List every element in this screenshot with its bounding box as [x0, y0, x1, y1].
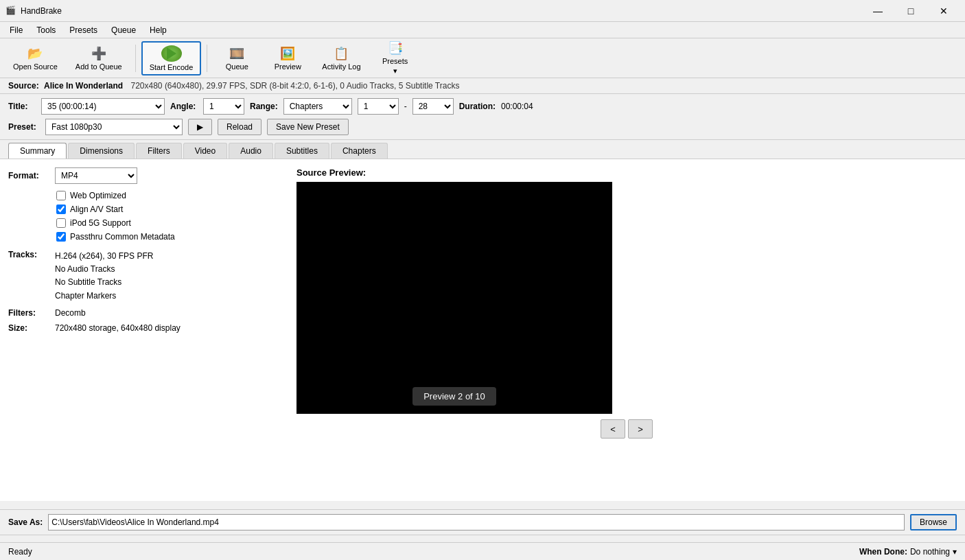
- web-optimized-checkbox[interactable]: [56, 191, 66, 200]
- preview-tb-label: Preview: [275, 62, 301, 71]
- web-optimized-row: Web Optimized: [56, 191, 283, 200]
- presets-label: Presets: [382, 57, 408, 65]
- status-text: Ready: [8, 547, 32, 557]
- maximize-button[interactable]: □: [895, 0, 927, 22]
- window-controls: — □ ✕: [862, 0, 960, 22]
- queue-label: Queue: [226, 62, 248, 71]
- align-av-label: Align A/V Start: [70, 205, 123, 214]
- ipod-label: iPod 5G Support: [70, 218, 131, 228]
- menu-help[interactable]: Help: [143, 24, 174, 36]
- open-source-label: Open Source: [13, 62, 58, 71]
- title-bar: 🎬 HandBrake — □ ✕: [0, 0, 965, 22]
- tab-subtitles[interactable]: Subtitles: [275, 143, 329, 159]
- save-new-preset-button[interactable]: Save New Preset: [267, 119, 349, 135]
- when-done-value: Do nothing: [910, 547, 950, 557]
- open-source-button[interactable]: 📂 Open Source: [5, 41, 65, 75]
- size-label: Size:: [8, 323, 49, 333]
- controls-area: Title: 35 (00:00:14) Angle: 1 Range: Cha…: [0, 94, 965, 140]
- open-source-icon: 📂: [27, 46, 43, 61]
- web-optimized-label: Web Optimized: [70, 191, 126, 200]
- save-as-bar: Save As: Browse: [0, 509, 965, 535]
- title-row: Title: 35 (00:00:14) Angle: 1 Range: Cha…: [8, 98, 957, 115]
- align-av-checkbox[interactable]: [56, 205, 66, 214]
- play-triangle: [167, 47, 176, 60]
- source-bar: Source: Alice In Wonderland 720x480 (640…: [0, 78, 965, 94]
- queue-button[interactable]: 🎞️ Queue: [213, 41, 261, 75]
- toolbar-separator-2: [207, 45, 207, 72]
- app-title: HandBrake: [21, 6, 862, 16]
- presets-icon: 📑: [388, 40, 403, 56]
- source-label: Source:: [8, 81, 39, 91]
- tracks-audio: No Audio Tracks: [55, 263, 153, 276]
- browse-button[interactable]: Browse: [910, 514, 957, 530]
- tab-chapters[interactable]: Chapters: [331, 143, 388, 159]
- range-type-select[interactable]: Chapters: [283, 98, 352, 115]
- presets-button[interactable]: 📑 Presets ▾: [371, 41, 419, 75]
- toolbar-separator-1: [135, 45, 136, 72]
- filters-row: Filters: Decomb: [8, 308, 283, 318]
- tabs-area: Summary Dimensions Filters Video Audio S…: [0, 140, 965, 159]
- format-select[interactable]: MP4 MKV WebM: [55, 167, 137, 184]
- tab-summary[interactable]: Summary: [8, 143, 67, 159]
- when-done-arrow[interactable]: ▾: [953, 547, 957, 557]
- when-done-area: When Done: Do nothing ▾: [859, 547, 957, 557]
- ipod-checkbox[interactable]: [56, 218, 66, 228]
- duration-label: Duration:: [459, 102, 496, 111]
- preview-button[interactable]: 🖼️ Preview: [264, 41, 312, 75]
- save-as-label: Save As:: [8, 517, 43, 527]
- start-encode-button[interactable]: Start Encode: [141, 41, 202, 75]
- presets-arrow: ▾: [393, 67, 397, 75]
- title-select[interactable]: 35 (00:00:14): [41, 98, 165, 115]
- title-label: Title:: [8, 102, 36, 111]
- preview-next-button[interactable]: >: [628, 419, 653, 439]
- preview-badge: Preview 2 of 10: [412, 387, 496, 406]
- menu-file[interactable]: File: [3, 24, 30, 36]
- passthru-checkbox[interactable]: [56, 232, 66, 242]
- when-done-label: When Done:: [859, 547, 907, 557]
- range-from-select[interactable]: 1: [358, 98, 399, 115]
- align-av-row: Align A/V Start: [56, 205, 283, 214]
- filters-label: Filters:: [8, 308, 49, 318]
- format-row: Format: MP4 MKV WebM: [8, 167, 283, 184]
- close-button[interactable]: ✕: [928, 0, 960, 22]
- preset-arrow-btn[interactable]: ▶: [188, 119, 212, 135]
- size-value: 720x480 storage, 640x480 display: [55, 323, 181, 333]
- range-to-select[interactable]: 28: [412, 98, 454, 115]
- menu-bar: File Tools Presets Queue Help: [0, 22, 965, 38]
- ipod-row: iPod 5G Support: [56, 218, 283, 228]
- tab-filters[interactable]: Filters: [136, 143, 182, 159]
- passthru-label: Passthru Common Metadata: [70, 232, 175, 242]
- angle-label: Angle:: [170, 102, 198, 111]
- preset-row: Preset: Fast 1080p30 ▶ Reload Save New P…: [8, 119, 957, 135]
- tracks-subtitle: No Subtitle Tracks: [55, 276, 153, 289]
- add-to-queue-button[interactable]: ➕ Add to Queue: [68, 41, 130, 75]
- preview-panel: Source Preview: Preview 2 of 10 < >: [297, 167, 957, 493]
- angle-select[interactable]: 1: [203, 98, 244, 115]
- queue-icon: 🎞️: [229, 46, 244, 61]
- preview-prev-button[interactable]: <: [601, 419, 625, 439]
- tab-dimensions[interactable]: Dimensions: [68, 143, 135, 159]
- menu-queue[interactable]: Queue: [104, 24, 143, 36]
- minimize-button[interactable]: —: [862, 0, 894, 22]
- summary-left-panel: Format: MP4 MKV WebM Web Optimized Align…: [8, 167, 283, 493]
- size-row: Size: 720x480 storage, 640x480 display: [8, 323, 283, 333]
- filters-value: Decomb: [55, 308, 86, 318]
- tracks-info: H.264 (x264), 30 FPS PFR No Audio Tracks…: [55, 250, 153, 303]
- activity-log-icon: 📋: [334, 46, 349, 61]
- preview-frame: Preview 2 of 10: [297, 182, 612, 414]
- passthru-row: Passthru Common Metadata: [56, 232, 283, 242]
- tabs: Summary Dimensions Filters Video Audio S…: [8, 143, 965, 159]
- preview-label: Source Preview:: [297, 167, 957, 178]
- reload-button[interactable]: Reload: [218, 119, 261, 135]
- range-dash: -: [404, 102, 407, 111]
- source-info: 720x480 (640x480), 29.97 FPS, SDR (8-bit…: [131, 81, 460, 91]
- preset-select[interactable]: Fast 1080p30: [45, 119, 183, 135]
- menu-presets[interactable]: Presets: [62, 24, 104, 36]
- tab-audio[interactable]: Audio: [229, 143, 273, 159]
- tracks-label: Tracks:: [8, 250, 49, 259]
- menu-tools[interactable]: Tools: [30, 24, 62, 36]
- save-as-input[interactable]: [48, 514, 905, 530]
- activity-log-button[interactable]: 📋 Activity Log: [314, 41, 368, 75]
- tracks-row: Tracks: H.264 (x264), 30 FPS PFR No Audi…: [8, 250, 283, 303]
- tab-video[interactable]: Video: [183, 143, 227, 159]
